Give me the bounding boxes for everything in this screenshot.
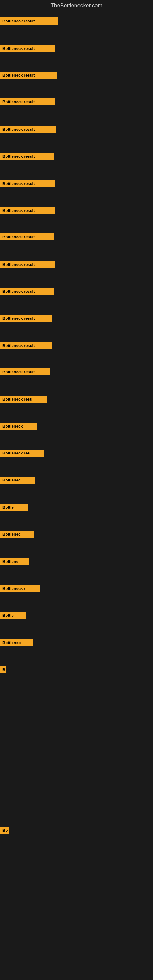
bottleneck-item[interactable]: Bottleneck result [0, 72, 57, 79]
bottleneck-badge: Bottleneck result [0, 233, 54, 240]
bottleneck-badge: Bottleneck result [0, 261, 55, 268]
bottleneck-badge: Bottleneck res [0, 450, 45, 457]
bottleneck-item[interactable]: Bottleneck result [0, 18, 59, 24]
bottleneck-badge: Bottlenec [0, 639, 33, 646]
bottleneck-item[interactable]: Bottlenec [0, 477, 35, 484]
bottleneck-item[interactable]: Bottleneck result [0, 180, 55, 187]
site-title: TheBottlenecker.com [0, 0, 153, 11]
bottleneck-badge: Bottleneck resu [0, 396, 48, 403]
bottleneck-badge: Bottleneck result [0, 180, 55, 187]
bottleneck-item[interactable]: Bottleneck result [0, 368, 50, 375]
bottleneck-badge: Bottle [0, 504, 27, 511]
bottleneck-item[interactable]: Bottle [0, 612, 26, 619]
bottleneck-item[interactable]: Bottleneck res [0, 450, 45, 457]
bottleneck-item[interactable]: Bottlene [0, 558, 29, 565]
bottleneck-badge: Bottleneck result [0, 288, 54, 295]
bottleneck-item[interactable]: Bottleneck resu [0, 396, 48, 403]
bottleneck-item[interactable]: Bottleneck result [0, 207, 55, 214]
bottleneck-badge: B [0, 666, 6, 673]
bottleneck-badge: Bottleneck result [0, 207, 55, 214]
bottleneck-badge: Bottleneck result [0, 45, 55, 52]
bottleneck-item[interactable]: Bottleneck result [0, 126, 56, 133]
bottleneck-badge: Bo [0, 827, 9, 834]
bottleneck-item[interactable]: Bottleneck result [0, 261, 55, 268]
bottleneck-item[interactable]: Bottleneck result [0, 98, 56, 105]
bottleneck-item[interactable]: Bottleneck result [0, 233, 54, 240]
bottleneck-badge: Bottlenec [0, 477, 35, 484]
bottleneck-item[interactable]: Bottleneck r [0, 585, 40, 592]
bottleneck-item[interactable]: Bottlenec [0, 531, 33, 538]
bottleneck-badge: Bottleneck result [0, 72, 57, 79]
bottleneck-badge: Bottleneck result [0, 98, 56, 105]
bottleneck-badge: Bottleneck result [0, 18, 59, 24]
bottleneck-item[interactable]: Bo [0, 827, 9, 834]
bottleneck-item[interactable]: Bottle [0, 504, 27, 511]
bottleneck-badge: Bottleneck result [0, 368, 50, 375]
bottleneck-badge: Bottleneck result [0, 315, 52, 322]
bottleneck-item[interactable]: Bottleneck result [0, 288, 54, 295]
bottleneck-item[interactable]: Bottleneck result [0, 342, 52, 349]
bottleneck-badge: Bottleneck r [0, 585, 40, 592]
bottleneck-badge: Bottle [0, 612, 26, 619]
bottleneck-badge: Bottlene [0, 558, 29, 565]
bottleneck-item[interactable]: Bottleneck result [0, 45, 55, 52]
bottleneck-badge: Bottleneck result [0, 153, 54, 160]
bottleneck-item[interactable]: Bottleneck [0, 423, 37, 430]
bottleneck-item[interactable]: B [0, 666, 6, 673]
bottleneck-badge: Bottlenec [0, 531, 33, 538]
bottleneck-item[interactable]: Bottlenec [0, 639, 33, 646]
bottleneck-badge: Bottleneck result [0, 126, 56, 133]
bottleneck-item[interactable]: Bottleneck result [0, 315, 52, 322]
bottleneck-badge: Bottleneck [0, 423, 37, 430]
bottleneck-badge: Bottleneck result [0, 342, 52, 349]
bottleneck-item[interactable]: Bottleneck result [0, 153, 54, 160]
